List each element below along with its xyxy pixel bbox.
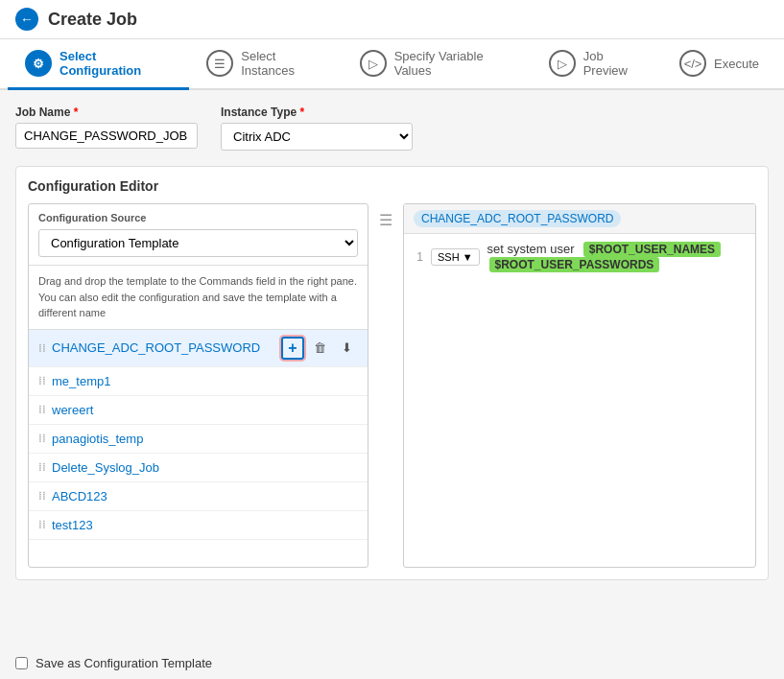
template-name: CHANGE_ADC_ROOT_PASSWORD xyxy=(52,340,275,355)
template-item[interactable]: ⁞⁞panagiotis_temp xyxy=(29,425,368,454)
step-specify-variable-values[interactable]: ▷ Specify Variable Values xyxy=(343,39,532,90)
instance-type-select[interactable]: Citrix ADC xyxy=(221,123,413,151)
config-source-select[interactable]: Configuration Template xyxy=(38,229,358,257)
config-source-desc: Drag and drop the template to the Comman… xyxy=(29,273,368,330)
instance-type-required: * xyxy=(299,105,304,119)
step-execute[interactable]: </> Execute xyxy=(662,39,776,90)
template-actions: +🗑⬇ xyxy=(281,337,358,360)
step-select-configuration[interactable]: ⚙ Select Configuration xyxy=(8,39,189,90)
template-name: panagiotis_temp xyxy=(52,432,358,446)
editor-layout: Configuration Source Configuration Templ… xyxy=(28,203,756,568)
template-item[interactable]: ⁞⁞CHANGE_ADC_ROOT_PASSWORD+🗑⬇ xyxy=(29,330,368,367)
step-icon-job-preview: ▷ xyxy=(549,50,576,77)
back-button[interactable]: ← xyxy=(15,8,38,31)
drag-handle-icon: ⁞⁞ xyxy=(38,403,46,416)
chevron-down-icon: ▼ xyxy=(463,251,473,263)
template-name: ABCD123 xyxy=(52,489,358,503)
page-title: Create Job xyxy=(48,10,137,30)
add-template-button[interactable]: + xyxy=(281,337,304,360)
left-pane-header: Configuration Source Configuration Templ… xyxy=(29,204,368,266)
config-source-label: Configuration Source xyxy=(38,212,358,223)
form-row: Job Name * Instance Type * Citrix ADC xyxy=(15,105,769,151)
drag-handle-icon: ⁞⁞ xyxy=(38,518,46,531)
page-header: ← Create Job xyxy=(0,0,784,39)
template-item[interactable]: ⁞⁞test123 xyxy=(29,511,368,540)
drag-handle-icon: ⁞⁞ xyxy=(38,374,46,387)
command-text-1: set system user $ROOT_USER_NAMES $ROOT_U… xyxy=(487,242,746,272)
delete-template-button[interactable]: 🗑 xyxy=(308,337,331,360)
instance-type-label: Instance Type * xyxy=(221,105,413,119)
ssh-dropdown-button[interactable]: SSH ▼ xyxy=(431,248,480,266)
step-job-preview[interactable]: ▷ Job Preview xyxy=(532,39,662,90)
step-icon-specify-variable-values: ▷ xyxy=(360,50,387,77)
right-pane: CHANGE_ADC_ROOT_PASSWORD 1 SSH ▼ set sys… xyxy=(403,203,756,568)
right-pane-content[interactable]: 1 SSH ▼ set system user $ROOT_USER_NAMES… xyxy=(404,234,755,567)
hamburger-icon: ☰ xyxy=(379,211,392,229)
config-editor-section: Configuration Editor Configuration Sourc… xyxy=(15,166,769,580)
drag-handle-icon: ⁞⁞ xyxy=(38,460,46,474)
save-template-label[interactable]: Save as Configuration Template xyxy=(36,656,212,670)
drag-handle-icon: ⁞⁞ xyxy=(38,432,46,445)
step-label-specify-variable-values: Specify Variable Values xyxy=(394,49,514,78)
left-pane: Configuration Source Configuration Templ… xyxy=(28,203,368,568)
step-icon-execute: </> xyxy=(679,50,706,77)
template-name: Delete_Syslog_Job xyxy=(52,460,358,475)
config-editor-title: Configuration Editor xyxy=(28,178,756,194)
job-name-required: * xyxy=(74,105,79,119)
middle-divider: ☰ xyxy=(368,203,403,568)
command-tag: CHANGE_ADC_ROOT_PASSWORD xyxy=(414,210,621,227)
template-item[interactable]: ⁞⁞me_temp1 xyxy=(29,367,368,396)
step-label-job-preview: Job Preview xyxy=(583,49,645,78)
step-label-execute: Execute xyxy=(714,57,759,71)
template-name: test123 xyxy=(52,518,358,532)
line-number-1: 1 xyxy=(414,250,423,264)
save-template-row: Save as Configuration Template xyxy=(0,646,784,679)
var-tag-root-user-passwords: $ROOT_USER_PASSWORDS xyxy=(489,257,660,272)
save-template-checkbox[interactable] xyxy=(15,657,28,669)
drag-handle-icon: ⁞⁞ xyxy=(38,489,46,503)
drag-handle-icon: ⁞⁞ xyxy=(38,341,46,355)
right-pane-header: CHANGE_ADC_ROOT_PASSWORD xyxy=(404,204,755,234)
step-select-instances[interactable]: ☰ Select Instances xyxy=(189,39,342,90)
step-label-select-instances: Select Instances xyxy=(241,49,324,78)
job-name-label: Job Name * xyxy=(15,105,198,119)
main-content: Job Name * Instance Type * Citrix ADC Co… xyxy=(0,90,784,646)
command-line-1: 1 SSH ▼ set system user $ROOT_USER_NAMES… xyxy=(414,242,746,272)
wizard-steps: ⚙ Select Configuration ☰ Select Instance… xyxy=(0,39,784,90)
template-item[interactable]: ⁞⁞wereert xyxy=(29,396,368,425)
step-label-select-configuration: Select Configuration xyxy=(59,49,172,78)
var-tag-root-user-names: $ROOT_USER_NAMES xyxy=(583,242,721,257)
instance-type-group: Instance Type * Citrix ADC xyxy=(221,105,413,151)
step-icon-select-instances: ☰ xyxy=(206,50,233,77)
job-name-input[interactable] xyxy=(15,123,198,149)
download-template-button[interactable]: ⬇ xyxy=(335,337,358,360)
template-item[interactable]: ⁞⁞Delete_Syslog_Job xyxy=(29,454,368,482)
template-name: me_temp1 xyxy=(52,374,358,388)
step-icon-select-configuration: ⚙ xyxy=(25,50,52,77)
template-name: wereert xyxy=(52,403,358,417)
template-list: ⁞⁞CHANGE_ADC_ROOT_PASSWORD+🗑⬇⁞⁞me_temp1⁞… xyxy=(29,330,368,568)
job-name-group: Job Name * xyxy=(15,105,198,151)
template-item[interactable]: ⁞⁞ABCD123 xyxy=(29,482,368,511)
